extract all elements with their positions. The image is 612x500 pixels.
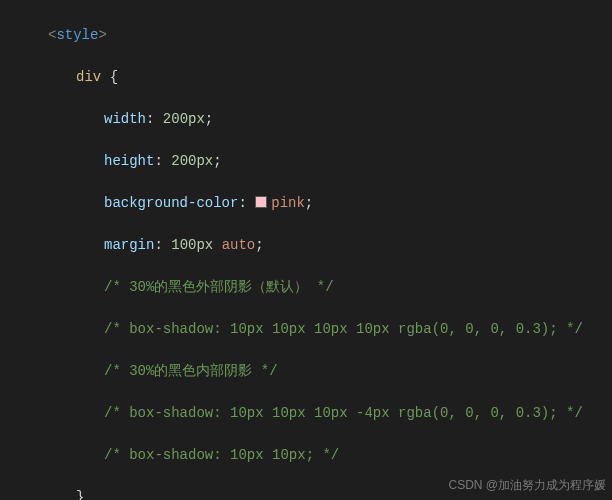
val-margin-1: 100px [171,237,213,253]
code-editor[interactable]: <style> div { width: 200px; height: 200p… [0,0,612,500]
comment-c4: /* box-shadow: 10px 10px 10px -4px rgba(… [104,405,583,421]
color-swatch-pink[interactable] [255,196,267,208]
comment-c5: /* box-shadow: 10px 10px; */ [104,447,339,463]
brace-close: } [76,489,84,500]
prop-width: width [104,111,146,127]
semi: ; [213,153,221,169]
semi: ; [205,111,213,127]
semi: ; [255,237,263,253]
selector-div: div [76,69,101,85]
val-width: 200px [163,111,205,127]
watermark: CSDN @加油努力成为程序媛 [448,475,606,496]
semi: ; [305,195,313,211]
brace-open: { [110,69,118,85]
prop-height: height [104,153,154,169]
val-bgcolor: pink [271,195,305,211]
tag-style-open: style [56,27,98,43]
prop-bgcolor: background-color [104,195,238,211]
comment-c1: /* 30%的黑色外部阴影（默认） */ [104,279,334,295]
comment-c3: /* 30%的黑色内部阴影 */ [104,363,278,379]
val-height: 200px [171,153,213,169]
comment-c2: /* box-shadow: 10px 10px 10px 10px rgba(… [104,321,583,337]
val-margin-2: auto [222,237,256,253]
prop-margin: margin [104,237,154,253]
